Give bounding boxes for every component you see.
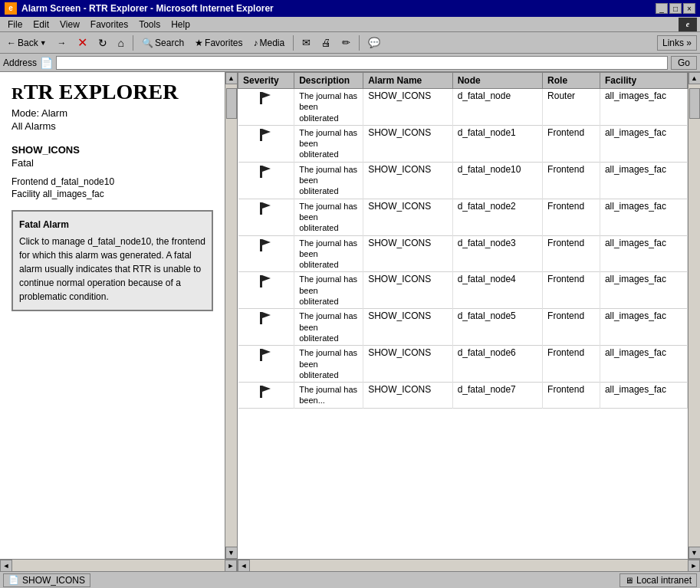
- node-cell: d_fatal_node2: [452, 199, 542, 235]
- left-scroll-right-button[interactable]: ►: [225, 560, 237, 572]
- facility-cell: all_images_fac: [600, 125, 687, 162]
- svg-marker-13: [262, 312, 271, 318]
- table-row[interactable]: The journal has been obliteratedSHOW_ICO…: [238, 125, 688, 162]
- minimize-button[interactable]: _: [656, 3, 668, 14]
- severity-icon: [258, 347, 274, 363]
- alarm-name-cell: SHOW_ICONS: [363, 199, 452, 235]
- svg-marker-7: [262, 202, 271, 209]
- favorites-button[interactable]: ★ Favorites: [191, 35, 246, 51]
- right-panel: Severity Description Alarm Name Node Rol…: [238, 72, 700, 571]
- main-content: RTR EXPLORER Mode: Alarm All Alarms SHOW…: [0, 72, 700, 571]
- left-horiz-track[interactable]: [12, 560, 225, 571]
- menu-file[interactable]: File: [3, 18, 27, 31]
- facility-cell: all_images_fac: [600, 272, 687, 309]
- right-scroll-right-button[interactable]: ►: [688, 560, 700, 572]
- node-cell: d_fatal_node3: [452, 235, 542, 272]
- right-scroll-up-button[interactable]: ▲: [688, 72, 701, 84]
- facility-cell: all_images_fac: [600, 346, 687, 383]
- separator-2: [293, 35, 294, 51]
- media-icon: ♪: [253, 38, 258, 48]
- facility-cell: all_images_fac: [600, 235, 687, 272]
- menu-edit[interactable]: Edit: [28, 18, 54, 31]
- menu-favorites[interactable]: Favorites: [86, 18, 133, 31]
- table-row[interactable]: The journal has been obliteratedSHOW_ICO…: [238, 235, 688, 272]
- refresh-button[interactable]: ↻: [94, 34, 111, 51]
- table-row[interactable]: The journal has been...SHOW_ICONSd_fatal…: [238, 383, 688, 409]
- right-panel-scrollbar[interactable]: ▲ ▼: [688, 72, 700, 559]
- description-cell: The journal has been obliterated: [294, 272, 363, 309]
- left-panel-scroll[interactable]: RTR EXPLORER Mode: Alarm All Alarms SHOW…: [0, 72, 225, 559]
- zone-item: 🖥 Local intranet: [619, 573, 697, 587]
- zone-icon: 🖥: [625, 576, 633, 585]
- right-horiz-track[interactable]: [250, 560, 688, 571]
- table-row[interactable]: The journal has been obliteratedSHOW_ICO…: [238, 199, 688, 235]
- info-box-title: Fatal Alarm: [19, 218, 205, 232]
- scroll-thumb[interactable]: [226, 88, 237, 119]
- table-row[interactable]: The journal has been obliteratedSHOW_ICO…: [238, 89, 688, 126]
- all-alarms-label: All Alarms: [12, 120, 213, 132]
- right-scroll-thumb[interactable]: [689, 88, 700, 119]
- forward-button[interactable]: →: [54, 35, 71, 51]
- severity-icon: [258, 90, 274, 106]
- facility-cell: all_images_fac: [600, 309, 687, 346]
- alarm-name-cell: SHOW_ICONS: [363, 162, 452, 199]
- col-node: Node: [452, 73, 542, 89]
- search-button[interactable]: 🔍 Search: [138, 35, 188, 51]
- role-cell: Frontend: [543, 272, 600, 309]
- left-panel-scrollbar[interactable]: ▲ ▼: [225, 72, 237, 559]
- left-scroll-left-button[interactable]: ◄: [0, 560, 12, 572]
- right-scroll-track[interactable]: [688, 84, 700, 547]
- severity-cell: [238, 162, 294, 199]
- address-input[interactable]: [56, 56, 668, 70]
- svg-marker-5: [262, 166, 271, 172]
- discuss-button[interactable]: 💬: [364, 34, 384, 51]
- right-horiz-scrollbar[interactable]: ◄ ►: [238, 559, 700, 571]
- mail-icon: ✉: [302, 37, 311, 48]
- address-page-icon: 📄: [40, 57, 53, 69]
- alarm-name: SHOW_ICONS: [12, 144, 213, 156]
- media-button[interactable]: ♪ Media: [249, 35, 288, 51]
- menu-tools[interactable]: Tools: [134, 18, 165, 31]
- table-row[interactable]: The journal has been obliteratedSHOW_ICO…: [238, 346, 688, 383]
- home-button[interactable]: ⌂: [114, 34, 128, 51]
- severity-icon: [258, 164, 274, 179]
- back-button[interactable]: ← Back ▼: [3, 35, 51, 51]
- table-row[interactable]: The journal has been obliteratedSHOW_ICO…: [238, 162, 688, 199]
- window-controls[interactable]: _ □ ×: [656, 3, 695, 14]
- scroll-down-button[interactable]: ▼: [225, 547, 238, 559]
- alarm-table-scroll[interactable]: Severity Description Alarm Name Node Rol…: [238, 72, 688, 559]
- severity-cell: [238, 383, 294, 409]
- print-button[interactable]: 🖨: [317, 34, 335, 51]
- node-cell: d_fatal_node7: [452, 383, 542, 409]
- severity-icon: [258, 238, 274, 253]
- left-horiz-scrollbar[interactable]: ◄ ►: [0, 559, 237, 571]
- status-bar: 📄 SHOW_ICONS 🖥 Local intranet: [0, 571, 700, 588]
- menu-help[interactable]: Help: [166, 18, 195, 31]
- left-panel: RTR EXPLORER Mode: Alarm All Alarms SHOW…: [0, 72, 238, 571]
- back-dropdown-icon[interactable]: ▼: [40, 39, 47, 47]
- scroll-up-button[interactable]: ▲: [225, 72, 238, 84]
- edit-button[interactable]: ✏: [338, 34, 354, 51]
- node-cell: d_fatal_node: [452, 89, 542, 126]
- table-row[interactable]: The journal has been obliteratedSHOW_ICO…: [238, 309, 688, 346]
- right-scroll-down-button[interactable]: ▼: [688, 547, 701, 559]
- info-box[interactable]: Fatal Alarm Click to manage d_fatal_node…: [12, 210, 213, 311]
- window-title: Alarm Screen - RTR Explorer - Microsoft …: [21, 3, 274, 14]
- mail-button[interactable]: ✉: [298, 34, 314, 51]
- table-row[interactable]: The journal has been obliteratedSHOW_ICO…: [238, 272, 688, 309]
- links-button[interactable]: Links »: [657, 35, 697, 51]
- maximize-button[interactable]: □: [669, 3, 682, 14]
- scroll-track[interactable]: [225, 84, 237, 547]
- node-cell: d_fatal_node6: [452, 346, 542, 383]
- facility-info: Facility all_images_fac: [12, 189, 213, 199]
- severity-cell: [238, 235, 294, 272]
- close-button[interactable]: ×: [683, 3, 695, 14]
- menu-view[interactable]: View: [55, 18, 84, 31]
- col-role: Role: [543, 73, 600, 89]
- stop-button[interactable]: ✕: [74, 33, 91, 52]
- right-scroll-left-button[interactable]: ◄: [238, 560, 250, 572]
- severity-icon: [258, 384, 274, 399]
- title-r-letter: R: [12, 84, 24, 103]
- go-button[interactable]: Go: [671, 56, 697, 70]
- info-box-body: Click to manage d_fatal_node10, the fron…: [19, 235, 205, 304]
